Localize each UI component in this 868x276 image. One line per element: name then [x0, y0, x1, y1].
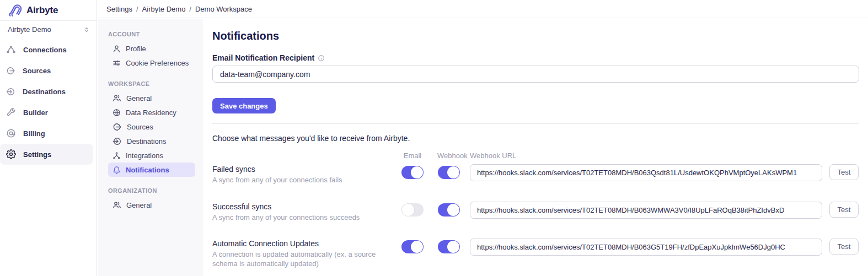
settings-nav-section-workspace: WORKSPACEGeneralData ResidencySourcesDes…: [108, 80, 195, 177]
sidebar-item-label: Sources: [23, 67, 51, 75]
webhook-toggle[interactable]: [438, 240, 460, 253]
notification-table-header: Email Webhook Webhook URL: [212, 151, 859, 160]
webhook-url-input[interactable]: [470, 164, 822, 181]
webhook-toggle[interactable]: [438, 166, 460, 179]
main-content: Notifications Email Notification Recipie…: [203, 18, 868, 276]
profile-icon: [112, 45, 121, 53]
toggle-knob: [411, 241, 423, 253]
webhook-toggle-cell: [437, 201, 460, 217]
breadcrumb-item-settings[interactable]: Settings: [106, 5, 132, 13]
settings-nav-item-integrations[interactable]: Integrations: [108, 148, 195, 163]
billing-icon: [6, 128, 16, 138]
airbyte-logo-icon: [8, 3, 22, 18]
sources-icon: [112, 122, 122, 132]
brand-logo[interactable]: Airbyte: [0, 0, 97, 21]
chevron-updown-icon: [83, 26, 90, 34]
email-toggle[interactable]: [401, 166, 424, 179]
webhook-url-input[interactable]: [470, 239, 822, 256]
save-changes-button[interactable]: Save changes: [212, 98, 276, 113]
test-webhook-button[interactable]: Test: [829, 202, 859, 218]
settings-nav-item-cookie-preferences[interactable]: Cookie Preferences: [108, 56, 195, 70]
settings-nav-item-destinations[interactable]: Destinations: [108, 134, 195, 148]
sidebar-item-label: Destinations: [23, 88, 66, 96]
page-title: Notifications: [212, 30, 279, 42]
email-recipient-label: Email Notification Recipient: [212, 53, 314, 62]
email-toggle[interactable]: [401, 203, 424, 217]
settings-nav-item-label: Notifications: [126, 166, 169, 174]
notification-row-automatic-connection-updates: Automatic Connection UpdatesA connection…: [212, 237, 859, 269]
column-header-webhook-url: Webhook URL: [470, 151, 822, 160]
column-header-webhook: Webhook: [437, 151, 460, 160]
sidebar-item-label: Billing: [23, 129, 45, 138]
column-header-email: Email: [401, 151, 424, 160]
test-webhook-button[interactable]: Test: [829, 239, 859, 255]
settings-nav-item-label: Destinations: [127, 137, 167, 145]
workspace-selector[interactable]: Airbyte Demo: [0, 21, 97, 38]
toggle-knob: [447, 241, 459, 253]
settings-nav-item-notifications[interactable]: Notifications: [108, 163, 195, 177]
settings-nav-section-account: ACCOUNTProfileCookie Preferences: [108, 31, 195, 70]
webhook-toggle-cell: [437, 237, 460, 253]
settings-nav-section-title: ORGANIZATION: [108, 187, 195, 194]
section-divider: [212, 123, 859, 124]
settings-nav-item-label: Cookie Preferences: [126, 59, 189, 67]
sidebar-item-connections[interactable]: Connections: [0, 39, 93, 60]
sidebar-item-label: Connections: [23, 46, 67, 54]
sidebar-item-label: Builder: [23, 109, 48, 117]
destinations-icon: [6, 87, 15, 96]
settings-nav-item-profile[interactable]: Profile: [108, 41, 195, 56]
settings-nav-item-label: Integrations: [126, 151, 163, 160]
connections-icon: [6, 45, 16, 55]
notification-description: A connection is updated automatically (e…: [212, 250, 401, 269]
notification-description: A sync from any of your connections fail…: [212, 176, 401, 185]
toggle-knob: [411, 166, 423, 178]
app-window: Airbyte Airbyte Demo ConnectionsSourcesD…: [0, 0, 868, 276]
settings-icon: [6, 149, 16, 159]
email-recipient-input[interactable]: [212, 66, 859, 83]
notification-row-failed-syncs: Failed syncsA sync from any of your conn…: [212, 163, 859, 185]
test-webhook-button[interactable]: Test: [829, 164, 859, 180]
settings-nav-item-general[interactable]: General: [108, 198, 195, 212]
settings-nav-section-organization: ORGANIZATIONGeneral: [108, 187, 195, 212]
webhook-url-input[interactable]: [470, 202, 822, 219]
notification-name-cell: Failed syncsA sync from any of your conn…: [212, 163, 401, 185]
users-icon: [112, 94, 121, 102]
sidebar-item-billing[interactable]: Billing: [0, 123, 93, 144]
settings-nav: ACCOUNTProfileCookie PreferencesWORKSPAC…: [98, 19, 203, 276]
globe-icon: [112, 109, 121, 117]
webhook-toggle[interactable]: [438, 203, 460, 217]
settings-nav-item-data-residency[interactable]: Data Residency: [108, 105, 195, 120]
settings-nav-item-label: General: [126, 94, 152, 102]
email-toggle[interactable]: [401, 240, 424, 253]
breadcrumb-separator: /: [136, 5, 138, 13]
bell-icon: [112, 166, 121, 174]
users-icon: [112, 201, 121, 209]
toggle-knob: [447, 166, 459, 178]
main-sidebar: Airbyte Airbyte Demo ConnectionsSourcesD…: [0, 0, 97, 276]
settings-nav-section-title: WORKSPACE: [108, 80, 195, 87]
sliders-icon: [112, 59, 121, 67]
email-toggle-cell: [401, 237, 424, 253]
settings-nav-item-general[interactable]: General: [108, 91, 195, 105]
settings-nav-item-label: General: [126, 201, 152, 209]
breadcrumb-item-demo-workspace[interactable]: Demo Workspace: [195, 5, 252, 13]
sources-icon: [6, 66, 15, 75]
email-toggle-cell: [401, 163, 424, 179]
sidebar-item-builder[interactable]: Builder: [0, 102, 93, 123]
notifications-intro-text: Choose what messages you'd like to recei…: [212, 134, 410, 143]
notification-name-cell: Automatic Connection UpdatesA connection…: [212, 237, 401, 269]
notification-name: Successful syncs: [212, 201, 401, 211]
sidebar-item-sources[interactable]: Sources: [0, 60, 93, 81]
notification-row-successful-syncs: Successful syncsA sync from any of your …: [212, 201, 859, 223]
sidebar-item-settings[interactable]: Settings: [0, 144, 93, 165]
sidebar-item-destinations[interactable]: Destinations: [0, 81, 93, 102]
sidebar-item-label: Settings: [23, 150, 51, 159]
breadcrumb-item-airbyte-demo[interactable]: Airbyte Demo: [142, 5, 186, 13]
notification-description: A sync from any of your connections succ…: [212, 213, 401, 223]
workspace-selector-label: Airbyte Demo: [8, 25, 51, 34]
webhook-toggle-cell: [437, 163, 460, 179]
settings-nav-item-sources[interactable]: Sources: [108, 120, 195, 134]
builder-icon: [6, 107, 16, 117]
breadcrumb-separator: /: [189, 5, 191, 13]
breadcrumb: Settings/Airbyte Demo/Demo Workspace: [106, 5, 252, 13]
